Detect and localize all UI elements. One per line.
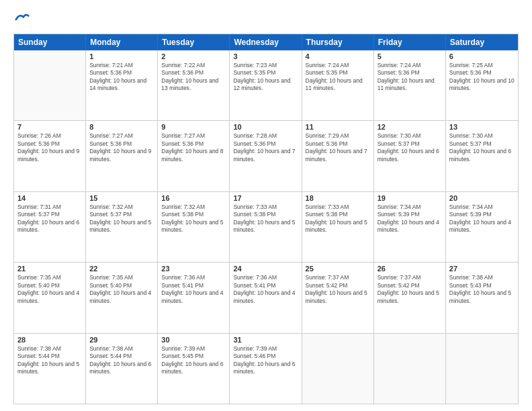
- day-info: Sunrise: 7:31 AMSunset: 5:37 PMDaylight:…: [17, 203, 82, 234]
- day-number: 5: [378, 52, 442, 60]
- header-day-monday: Monday: [86, 34, 158, 50]
- day-number: 20: [449, 194, 515, 202]
- day-cell-14: 14Sunrise: 7:31 AMSunset: 5:37 PMDayligh…: [14, 192, 86, 262]
- day-number: 4: [306, 52, 370, 60]
- day-number: 26: [378, 265, 442, 273]
- day-number: 21: [17, 265, 82, 273]
- day-cell-11: 11Sunrise: 7:29 AMSunset: 5:36 PMDayligh…: [302, 121, 374, 191]
- day-cell-1: 1Sunrise: 7:21 AMSunset: 5:36 PMDaylight…: [86, 50, 158, 120]
- day-cell-18: 18Sunrise: 7:33 AMSunset: 5:38 PMDayligh…: [302, 192, 374, 262]
- day-cell-7: 7Sunrise: 7:26 AMSunset: 5:36 PMDaylight…: [14, 121, 86, 191]
- day-info: Sunrise: 7:37 AMSunset: 5:42 PMDaylight:…: [378, 274, 442, 305]
- day-info: Sunrise: 7:21 AMSunset: 5:36 PMDaylight:…: [89, 62, 154, 93]
- logo-icon: [15, 12, 30, 27]
- day-cell-23: 23Sunrise: 7:36 AMSunset: 5:41 PMDayligh…: [158, 263, 230, 332]
- day-number: 6: [449, 52, 515, 60]
- day-number: 1: [89, 52, 154, 60]
- day-number: 31: [233, 336, 298, 344]
- day-info: Sunrise: 7:38 AMSunset: 5:44 PMDaylight:…: [89, 345, 154, 376]
- day-cell-empty: [446, 334, 518, 404]
- day-cell-17: 17Sunrise: 7:33 AMSunset: 5:38 PMDayligh…: [230, 192, 302, 262]
- day-info: Sunrise: 7:25 AMSunset: 5:36 PMDaylight:…: [449, 62, 515, 93]
- calendar-header: SundayMondayTuesdayWednesdayThursdayFrid…: [14, 34, 518, 50]
- day-info: Sunrise: 7:32 AMSunset: 5:38 PMDaylight:…: [161, 203, 226, 234]
- day-info: Sunrise: 7:30 AMSunset: 5:37 PMDaylight:…: [449, 132, 515, 163]
- day-cell-13: 13Sunrise: 7:30 AMSunset: 5:37 PMDayligh…: [446, 121, 518, 191]
- day-info: Sunrise: 7:26 AMSunset: 5:36 PMDaylight:…: [17, 132, 82, 163]
- day-cell-10: 10Sunrise: 7:28 AMSunset: 5:36 PMDayligh…: [230, 121, 302, 191]
- day-info: Sunrise: 7:33 AMSunset: 5:38 PMDaylight:…: [233, 203, 298, 234]
- day-cell-6: 6Sunrise: 7:25 AMSunset: 5:36 PMDaylight…: [446, 50, 518, 120]
- day-info: Sunrise: 7:24 AMSunset: 5:35 PMDaylight:…: [306, 62, 370, 93]
- day-cell-25: 25Sunrise: 7:37 AMSunset: 5:42 PMDayligh…: [302, 263, 374, 332]
- day-info: Sunrise: 7:38 AMSunset: 5:44 PMDaylight:…: [17, 345, 82, 376]
- day-number: 15: [89, 194, 154, 202]
- day-number: 23: [161, 265, 226, 273]
- day-number: 28: [17, 336, 82, 344]
- day-number: 18: [306, 194, 370, 202]
- logo: [13, 12, 30, 27]
- calendar-body: 1Sunrise: 7:21 AMSunset: 5:36 PMDaylight…: [14, 50, 518, 404]
- day-cell-empty: [374, 334, 446, 404]
- header-day-wednesday: Wednesday: [230, 34, 302, 50]
- day-info: Sunrise: 7:28 AMSunset: 5:36 PMDaylight:…: [233, 132, 298, 163]
- day-info: Sunrise: 7:39 AMSunset: 5:46 PMDaylight:…: [233, 345, 298, 376]
- day-number: 17: [233, 194, 298, 202]
- day-info: Sunrise: 7:27 AMSunset: 5:36 PMDaylight:…: [161, 132, 226, 163]
- day-number: 25: [306, 265, 370, 273]
- day-info: Sunrise: 7:38 AMSunset: 5:43 PMDaylight:…: [449, 274, 515, 305]
- day-cell-empty: [14, 50, 86, 120]
- day-info: Sunrise: 7:34 AMSunset: 5:39 PMDaylight:…: [449, 203, 515, 234]
- calendar-row-1: 1Sunrise: 7:21 AMSunset: 5:36 PMDaylight…: [14, 50, 518, 120]
- day-number: 7: [17, 123, 82, 131]
- day-cell-29: 29Sunrise: 7:38 AMSunset: 5:44 PMDayligh…: [86, 334, 158, 404]
- calendar-row-2: 7Sunrise: 7:26 AMSunset: 5:36 PMDaylight…: [14, 120, 518, 191]
- day-info: Sunrise: 7:34 AMSunset: 5:39 PMDaylight:…: [378, 203, 442, 234]
- day-cell-9: 9Sunrise: 7:27 AMSunset: 5:36 PMDaylight…: [158, 121, 230, 191]
- day-cell-2: 2Sunrise: 7:22 AMSunset: 5:36 PMDaylight…: [158, 50, 230, 120]
- day-cell-26: 26Sunrise: 7:37 AMSunset: 5:42 PMDayligh…: [374, 263, 446, 332]
- day-info: Sunrise: 7:36 AMSunset: 5:41 PMDaylight:…: [233, 274, 298, 305]
- day-cell-8: 8Sunrise: 7:27 AMSunset: 5:36 PMDaylight…: [86, 121, 158, 191]
- day-number: 16: [161, 194, 226, 202]
- header-day-saturday: Saturday: [446, 34, 518, 50]
- day-info: Sunrise: 7:24 AMSunset: 5:36 PMDaylight:…: [378, 62, 442, 93]
- logo-text: [13, 12, 30, 27]
- day-info: Sunrise: 7:22 AMSunset: 5:36 PMDaylight:…: [161, 62, 226, 93]
- day-cell-3: 3Sunrise: 7:23 AMSunset: 5:35 PMDaylight…: [230, 50, 302, 120]
- page: SundayMondayTuesdayWednesdayThursdayFrid…: [0, 0, 532, 411]
- day-cell-16: 16Sunrise: 7:32 AMSunset: 5:38 PMDayligh…: [158, 192, 230, 262]
- day-info: Sunrise: 7:27 AMSunset: 5:36 PMDaylight:…: [89, 132, 154, 163]
- header: [13, 12, 519, 27]
- day-cell-30: 30Sunrise: 7:39 AMSunset: 5:45 PMDayligh…: [158, 334, 230, 404]
- header-day-sunday: Sunday: [14, 34, 86, 50]
- day-info: Sunrise: 7:39 AMSunset: 5:45 PMDaylight:…: [161, 345, 226, 376]
- day-info: Sunrise: 7:36 AMSunset: 5:41 PMDaylight:…: [161, 274, 226, 305]
- day-number: 10: [233, 123, 298, 131]
- day-info: Sunrise: 7:23 AMSunset: 5:35 PMDaylight:…: [233, 62, 298, 93]
- calendar-row-5: 28Sunrise: 7:38 AMSunset: 5:44 PMDayligh…: [14, 333, 518, 404]
- day-info: Sunrise: 7:35 AMSunset: 5:40 PMDaylight:…: [89, 274, 154, 305]
- day-number: 13: [449, 123, 515, 131]
- calendar: SundayMondayTuesdayWednesdayThursdayFrid…: [13, 34, 519, 404]
- day-number: 3: [233, 52, 298, 60]
- calendar-row-4: 21Sunrise: 7:35 AMSunset: 5:40 PMDayligh…: [14, 262, 518, 332]
- day-cell-5: 5Sunrise: 7:24 AMSunset: 5:36 PMDaylight…: [374, 50, 446, 120]
- header-day-tuesday: Tuesday: [158, 34, 230, 50]
- day-number: 22: [89, 265, 154, 273]
- day-number: 8: [89, 123, 154, 131]
- day-cell-28: 28Sunrise: 7:38 AMSunset: 5:44 PMDayligh…: [14, 334, 86, 404]
- day-number: 2: [161, 52, 226, 60]
- day-cell-21: 21Sunrise: 7:35 AMSunset: 5:40 PMDayligh…: [14, 263, 86, 332]
- day-cell-24: 24Sunrise: 7:36 AMSunset: 5:41 PMDayligh…: [230, 263, 302, 332]
- day-cell-15: 15Sunrise: 7:32 AMSunset: 5:37 PMDayligh…: [86, 192, 158, 262]
- day-number: 24: [233, 265, 298, 273]
- day-info: Sunrise: 7:35 AMSunset: 5:40 PMDaylight:…: [17, 274, 82, 305]
- day-number: 29: [89, 336, 154, 344]
- day-number: 19: [378, 194, 442, 202]
- day-cell-19: 19Sunrise: 7:34 AMSunset: 5:39 PMDayligh…: [374, 192, 446, 262]
- header-day-friday: Friday: [374, 34, 446, 50]
- day-cell-27: 27Sunrise: 7:38 AMSunset: 5:43 PMDayligh…: [446, 263, 518, 332]
- day-number: 12: [378, 123, 442, 131]
- day-cell-12: 12Sunrise: 7:30 AMSunset: 5:37 PMDayligh…: [374, 121, 446, 191]
